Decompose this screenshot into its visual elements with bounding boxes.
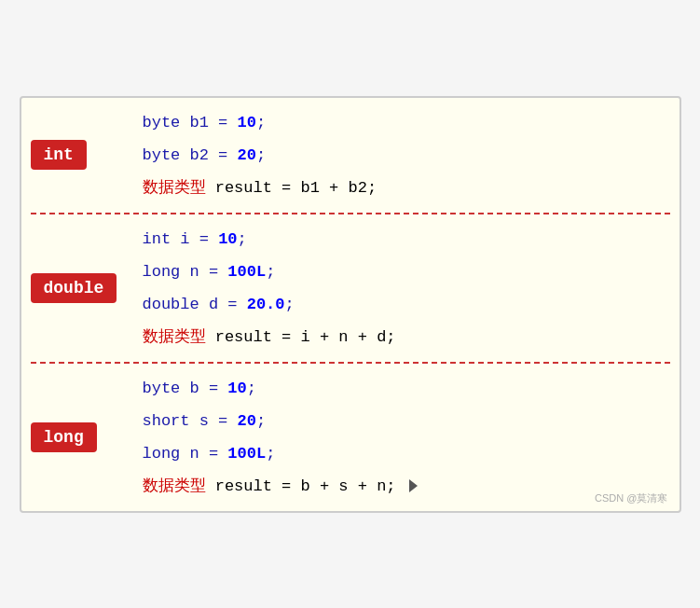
double-badge: double	[31, 273, 117, 303]
cursor-icon	[409, 479, 419, 492]
code-line-s: short s = 20;	[143, 413, 661, 429]
int-section: int byte b1 = 10; byte b2 = 20; 数据类型 res…	[21, 98, 679, 213]
code-line-result2: 数据类型 result = i + n + d;	[143, 329, 661, 345]
code-line-n1: long n = 100L;	[143, 264, 661, 280]
code-line-i: int i = 10;	[143, 231, 661, 247]
code-line-b2: byte b2 = 20;	[143, 147, 661, 163]
long-badge: long	[31, 422, 97, 452]
code-line-d: double d = 20.0;	[143, 297, 661, 312]
main-container: int byte b1 = 10; byte b2 = 20; 数据类型 res…	[20, 96, 681, 513]
watermark: CSDN @莫清寒	[595, 491, 667, 505]
code-line-result3: 数据类型 result = b + s + n;	[143, 478, 661, 494]
long-section: long byte b = 10; short s = 20; long n =…	[21, 364, 679, 511]
code-line-b1: byte b1 = 10;	[143, 115, 661, 131]
double-section: double int i = 10; long n = 100L; double…	[21, 214, 679, 362]
code-line-result1: 数据类型 result = b1 + b2;	[143, 180, 661, 196]
code-line-n2: long n = 100L;	[143, 446, 661, 462]
code-line-b: byte b = 10;	[143, 380, 661, 396]
int-badge: int	[31, 140, 87, 170]
